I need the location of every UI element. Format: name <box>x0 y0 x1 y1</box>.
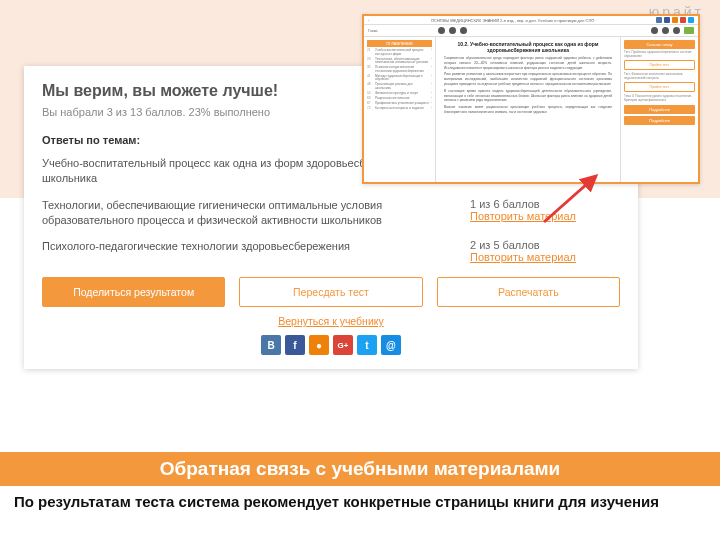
reader-book-title: ОСНОВЫ МЕДИЦИНСКИХ ЗНАНИЙ 2-е изд., пер.… <box>371 18 654 23</box>
toc-item[interactable]: 21Учебно-воспитательный процесс как одна… <box>367 49 432 56</box>
body-paragraph: Риск развития утомления у школьников воз… <box>444 72 612 86</box>
bookmark-icon[interactable] <box>673 27 680 34</box>
share-gplus-icon[interactable]: G+ <box>333 335 353 355</box>
body-paragraph: В настоящее время принята модель здоровь… <box>444 89 612 103</box>
share-twitter-icon[interactable]: t <box>357 335 377 355</box>
topic-row: Психолого-педагогические технологии здор… <box>42 239 620 263</box>
status-badge <box>684 27 694 34</box>
share-fb-icon[interactable]: f <box>285 335 305 355</box>
review-material-link[interactable]: Повторить материал <box>470 251 576 263</box>
print-icon[interactable] <box>662 27 669 34</box>
retake-test-button[interactable]: Пересдать тест <box>239 277 422 307</box>
topic-score: 2 из 5 баллов <box>470 239 620 251</box>
nav-prev-icon[interactable] <box>438 27 445 34</box>
topic-name: Психолого-педагогические технологии здор… <box>42 239 440 263</box>
social-mini-icon[interactable] <box>688 17 694 23</box>
social-mini-icon[interactable] <box>672 17 678 23</box>
slide-caption: По результатам теста система рекомендует… <box>14 492 706 512</box>
share-ok-icon[interactable]: ● <box>309 335 329 355</box>
toc-item[interactable]: 60Рациональное питание› <box>367 97 432 101</box>
toc-item[interactable]: 55Физическая культура и спорт› <box>367 92 432 96</box>
action-buttons: Поделиться результатом Пересдать тест Ра… <box>42 277 620 307</box>
social-mini-icon[interactable] <box>664 17 670 23</box>
topic-row: Технологии, обеспечивающие гигиенически … <box>42 198 620 228</box>
reader-sidebar: Скачать главу Тест. Проблемы здоровьесбе… <box>620 37 698 182</box>
toolbar-label: Глава <box>368 29 377 33</box>
print-button[interactable]: Распечатать <box>437 277 620 307</box>
review-material-link[interactable]: Повторить материал <box>470 210 576 222</box>
nav-menu-icon[interactable] <box>449 27 456 34</box>
take-test-button[interactable]: Пройти тест <box>624 60 695 70</box>
toc-item[interactable]: 29Технологии, обеспечивающие гигиеническ… <box>367 58 432 65</box>
toc-header: ОГЛАВЛЕНИЕ <box>367 40 432 47</box>
body-paragraph: Важное значение имеет рациональная орган… <box>444 105 612 115</box>
details-button[interactable]: Подробнее <box>624 116 695 125</box>
nav-next-icon[interactable] <box>460 27 467 34</box>
sidebar-text: Тест. Физическое воспитание школьников, … <box>624 73 695 80</box>
search-icon[interactable] <box>651 27 658 34</box>
take-test-button[interactable]: Пройти тест <box>624 82 695 92</box>
reader-page: 10.2. Учебно-воспитательный процесс как … <box>436 37 620 182</box>
reader-toolbar: Глава <box>364 25 698 37</box>
toc-item[interactable]: 41Методы здоровьесберегающего обучения› <box>367 75 432 82</box>
section-banner: Обратная связь с учебными материалами <box>0 452 720 486</box>
social-share-row: B f ● G+ t @ <box>42 335 620 355</box>
sidebar-text: Тест. Проблемы здоровьесбережения в сист… <box>624 51 695 58</box>
chapter-title: 10.2. Учебно-воспитательный процесс как … <box>444 41 612 53</box>
back-to-textbook-link[interactable]: Вернуться к учебнику <box>42 315 620 327</box>
sidebar-text: Тема 3. Показатели уровня здоровья насел… <box>624 95 695 102</box>
share-vk-icon[interactable]: B <box>261 335 281 355</box>
reader-titlebar: ‹ ОСНОВЫ МЕДИЦИНСКИХ ЗНАНИЙ 2-е изд., пе… <box>364 16 698 25</box>
topic-score: 1 из 6 баллов <box>470 198 620 210</box>
toc-item[interactable]: 72Контрольные вопросы и задания› <box>367 107 432 111</box>
toc-item[interactable]: 67Профилактика утомления учащихся› <box>367 102 432 106</box>
reader-toc: ОГЛАВЛЕНИЕ 21Учебно-воспитательный проце… <box>364 37 436 182</box>
book-reader-preview: ‹ ОСНОВЫ МЕДИЦИНСКИХ ЗНАНИЙ 2-е изд., пе… <box>362 14 700 184</box>
toc-item[interactable]: 48Организация режима дня школьника› <box>367 83 432 90</box>
topic-name: Технологии, обеспечивающие гигиенически … <box>42 198 440 228</box>
go-back-icon[interactable]: ‹ <box>368 18 369 23</box>
details-button[interactable]: Подробнее <box>624 105 695 114</box>
share-result-button[interactable]: Поделиться результатом <box>42 277 225 307</box>
social-mini-icon[interactable] <box>656 17 662 23</box>
download-chapter-button[interactable]: Скачать главу <box>624 40 695 49</box>
social-mini-icon[interactable] <box>680 17 686 23</box>
toc-item[interactable]: 35Психолого-педагогические технологии зд… <box>367 66 432 73</box>
body-paragraph: Современная образовательная среда порожд… <box>444 56 612 70</box>
share-mail-icon[interactable]: @ <box>381 335 401 355</box>
